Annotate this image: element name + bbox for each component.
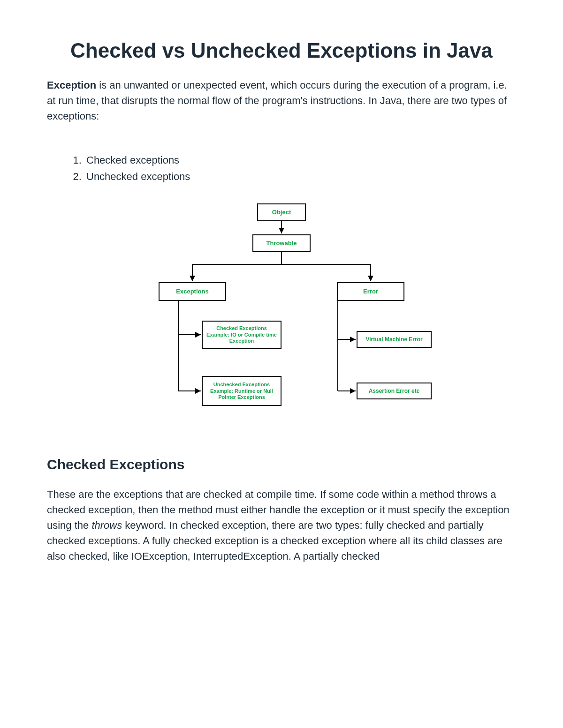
diagram-box-checked: Checked Exceptions Example: IO or Compil… (202, 321, 282, 349)
section-heading-checked: Checked Exceptions (47, 457, 516, 473)
intro-strong: Exception (47, 79, 96, 91)
diagram-box-error: Error (337, 282, 404, 301)
page-title: Checked vs Unchecked Exceptions in Java (47, 38, 516, 63)
hierarchy-diagram: Object Throwable Exceptions Error Checke… (47, 203, 516, 428)
list-item: Checked exceptions (84, 152, 516, 168)
document-page: Checked vs Unchecked Exceptions in Java … (0, 0, 563, 592)
intro-paragraph: Exception is an unwanted or unexpected e… (47, 77, 516, 124)
intro-text: is an unwanted or unexpected event, whic… (47, 79, 507, 122)
diagram-box-exceptions: Exceptions (159, 282, 226, 301)
diagram-canvas: Object Throwable Exceptions Error Checke… (131, 203, 432, 428)
diagram-box-unchecked: Unchecked Exceptions Example: Runtime or… (202, 376, 282, 406)
diagram-box-throwable: Throwable (252, 234, 311, 252)
throws-keyword-italic: throws (91, 519, 122, 531)
section-paragraph-checked: These are the exceptions that are checke… (47, 487, 516, 564)
list-item: Unchecked exceptions (84, 168, 516, 185)
diagram-box-assertion-error: Assertion Error etc (357, 383, 432, 399)
diagram-box-object: Object (257, 203, 306, 221)
diagram-box-vm-error: Virtual Machine Error (357, 331, 432, 348)
exception-types-list: Checked exceptions Unchecked exceptions (70, 152, 516, 185)
